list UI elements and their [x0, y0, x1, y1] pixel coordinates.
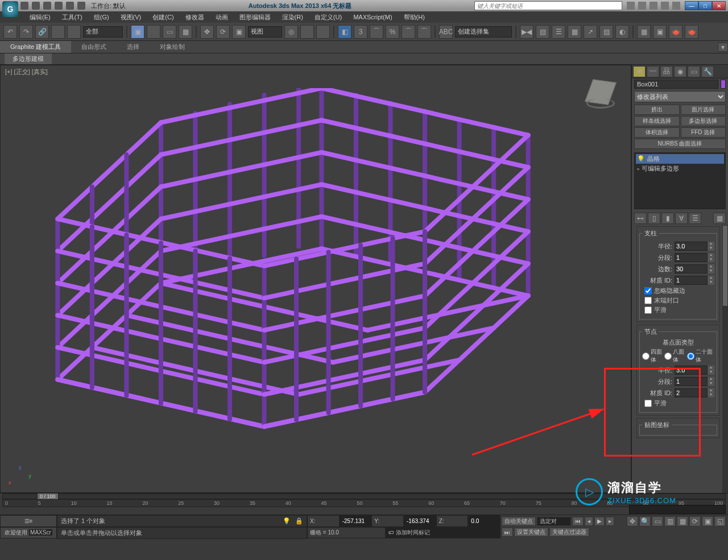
- stack-item-editpoly[interactable]: ▫可编辑多边形: [636, 164, 724, 173]
- autokey-button[interactable]: 自动关键点: [502, 517, 536, 526]
- named-sel-manage-icon[interactable]: ABC: [439, 25, 453, 39]
- edit-named-sel-button[interactable]: ⌒: [402, 25, 415, 39]
- scale-button[interactable]: ▣: [232, 25, 246, 39]
- btn-spline-select[interactable]: 样条线选择: [634, 116, 680, 126]
- y-input[interactable]: -163.374: [404, 515, 436, 527]
- menu-views[interactable]: 视图(V): [115, 12, 147, 23]
- selection-filter[interactable]: 全部: [83, 26, 123, 38]
- ribbon-expand-icon[interactable]: ▾: [718, 43, 728, 52]
- qat-save-icon[interactable]: [43, 2, 51, 10]
- nav-maxtoggle-icon[interactable]: ▣: [702, 516, 713, 526]
- time-ruler[interactable]: 0510152025303540455055606570758085909510…: [2, 499, 726, 507]
- pin-stack-icon[interactable]: ⊷: [634, 213, 647, 224]
- configure-sets-icon[interactable]: ☰: [689, 213, 701, 224]
- ignore-hidden-checkbox[interactable]: [644, 287, 652, 294]
- spinner-buttons[interactable]: ▲▼: [708, 377, 714, 386]
- play-icon[interactable]: ▶: [594, 517, 605, 526]
- align-button[interactable]: ▤: [536, 25, 549, 39]
- end-caps-checkbox[interactable]: [644, 297, 652, 304]
- modifier-list[interactable]: 修改器列表: [634, 91, 726, 102]
- bulb-icon[interactable]: 💡: [637, 155, 645, 163]
- struts-sides-input[interactable]: [675, 264, 708, 273]
- box-icon[interactable]: ▫: [637, 165, 639, 172]
- select-object-button[interactable]: ▣: [131, 25, 144, 39]
- radio-octa[interactable]: [664, 352, 672, 360]
- ribbon-tab-graphite[interactable]: Graphite 建模工具: [0, 41, 71, 53]
- bind-spacewarp-button[interactable]: [67, 25, 81, 39]
- spinner-buttons[interactable]: ▲▼: [708, 264, 714, 273]
- spinner-buttons[interactable]: ▲▼: [708, 276, 714, 285]
- viewport[interactable]: [+] [正交] [真实]: [0, 65, 631, 493]
- modifier-stack[interactable]: 💡晶格 ▫可编辑多边形: [634, 152, 726, 209]
- struts-smooth-checkbox[interactable]: [644, 306, 652, 314]
- selection-lock-icon[interactable]: 🔒: [295, 517, 303, 525]
- move-button[interactable]: ✥: [200, 25, 214, 39]
- nav-pan-icon[interactable]: ✥: [627, 516, 638, 526]
- menu-tools[interactable]: 工具(T): [56, 12, 88, 23]
- qat-redo-icon[interactable]: [66, 2, 74, 10]
- menu-create[interactable]: 创建(C): [147, 12, 179, 23]
- z-input[interactable]: 0.0: [468, 515, 500, 527]
- time-tag[interactable]: 🏷 添加时间标记: [386, 527, 500, 539]
- joints-matid-input[interactable]: [675, 388, 708, 397]
- close-button[interactable]: ✕: [712, 1, 726, 10]
- tab-motion-icon[interactable]: ◉: [674, 66, 686, 77]
- menu-modifiers[interactable]: 修改器: [180, 12, 210, 23]
- goto-start-icon[interactable]: ⏮: [572, 517, 584, 526]
- viewport-label[interactable]: [+] [正交] [真实]: [5, 68, 48, 76]
- angle-snap-3-icon[interactable]: 3: [354, 25, 367, 39]
- stack-item-lattice[interactable]: 💡晶格: [636, 154, 724, 164]
- viewcube-ring-icon[interactable]: [586, 98, 615, 109]
- tab-hierarchy-icon[interactable]: 品: [660, 66, 673, 77]
- help-search-input[interactable]: [474, 1, 622, 10]
- exchange-icon[interactable]: [650, 2, 657, 10]
- spinner-buttons[interactable]: ▲▼: [708, 366, 714, 375]
- redo-button[interactable]: ↷: [19, 25, 33, 39]
- named-selection-set[interactable]: 创建选择集: [455, 26, 512, 38]
- goto-end-icon[interactable]: ⏭: [502, 528, 513, 537]
- object-color-swatch[interactable]: [721, 80, 726, 89]
- curve-editor-button[interactable]: ↗: [584, 25, 597, 39]
- help-icon[interactable]: [672, 2, 680, 10]
- edit-named-sel-button2[interactable]: ⌒: [417, 25, 431, 39]
- tab-create-icon[interactable]: ✳: [633, 66, 646, 77]
- menu-graph[interactable]: 图形编辑器: [234, 12, 276, 23]
- graphite-toggle-button[interactable]: ▦: [568, 25, 581, 39]
- render-iterative-button[interactable]: 🫖: [685, 25, 698, 39]
- search-icon[interactable]: [627, 2, 635, 10]
- unlink-button[interactable]: [51, 25, 65, 39]
- joints-smooth-checkbox[interactable]: [644, 400, 652, 407]
- spinner-buttons[interactable]: ▲▼: [708, 242, 714, 251]
- menu-animation[interactable]: 动画: [210, 12, 234, 23]
- nav-region-icon[interactable]: ◱: [714, 516, 726, 526]
- nav-fov-icon[interactable]: ▥: [664, 516, 676, 526]
- layer-manager-button[interactable]: ☰: [552, 25, 565, 39]
- object-name-input[interactable]: [634, 80, 718, 89]
- favorites-icon[interactable]: [661, 2, 669, 10]
- ribbon-tab-selection[interactable]: 选择: [117, 41, 150, 53]
- workspace-label[interactable]: 工作台: 默认: [91, 2, 126, 10]
- radio-icosa[interactable]: [687, 352, 694, 360]
- btn-nurbs-select[interactable]: NURBS 曲面选择: [634, 139, 726, 149]
- menu-maxscript[interactable]: MAXScript(M): [348, 13, 398, 22]
- snap-toggle[interactable]: ◧: [338, 25, 351, 39]
- struts-matid-input[interactable]: [675, 276, 708, 285]
- key-filters-button[interactable]: 关键点过滤器: [549, 528, 589, 537]
- rendered-frame-button[interactable]: ▣: [653, 25, 667, 39]
- lock-icon[interactable]: 💡: [283, 517, 291, 525]
- link-button[interactable]: 🔗: [35, 25, 49, 39]
- percent-snap-icon[interactable]: ⌒: [370, 25, 383, 39]
- tab-display-icon[interactable]: ▭: [688, 66, 700, 77]
- menu-group[interactable]: 组(G): [88, 12, 115, 23]
- setkey-button[interactable]: 设置关键点: [514, 528, 548, 537]
- ribbon-tab-objectpaint[interactable]: 对象绘制: [150, 41, 195, 53]
- qat-open-icon[interactable]: [32, 2, 40, 10]
- btn-poly-select[interactable]: 多边形选择: [681, 116, 726, 126]
- joints-radius-input[interactable]: [675, 366, 708, 375]
- modifier-list-select[interactable]: 修改器列表: [634, 91, 726, 102]
- ribbon-tab-freeform[interactable]: 自由形式: [71, 41, 117, 53]
- btn-patch-select[interactable]: 面片选择: [681, 105, 726, 115]
- viewcube[interactable]: [581, 76, 621, 115]
- window-crossing-button[interactable]: ▦: [179, 25, 192, 39]
- minimize-button[interactable]: —: [685, 1, 698, 10]
